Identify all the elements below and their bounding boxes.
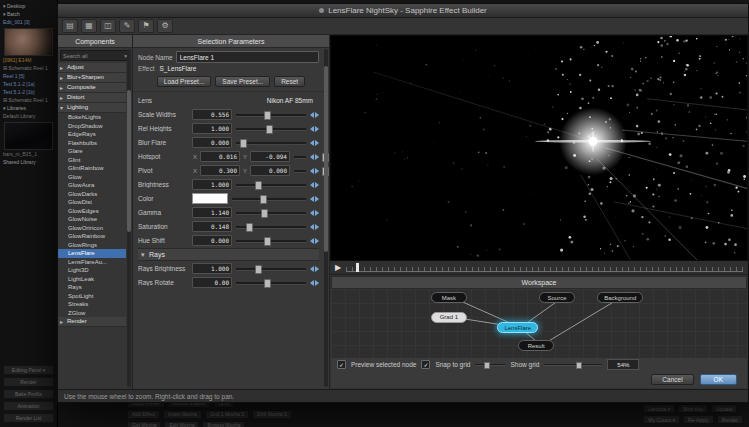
scrollbar-thumb[interactable] [324,66,328,252]
param-value-field[interactable]: 0.000 [192,137,232,148]
host-side-button[interactable]: Editing Panel ▾ [3,365,54,375]
scrollbar-thumb[interactable] [127,90,131,232]
save-icon[interactable]: ◫ [100,19,116,33]
component-item[interactable]: GlintRainbow [58,164,126,173]
cancel-button[interactable]: Cancel [651,374,693,385]
host-sidebar-item[interactable]: ⊞ Schematic Reel 1 [0,96,57,104]
slider-handle[interactable] [246,223,253,232]
param-slider[interactable] [234,124,319,133]
node-name-input[interactable]: LensFlare 1 [176,51,319,63]
component-item[interactable]: SpotLight [58,292,126,301]
param-x-field[interactable]: 0.300 [200,165,240,176]
node-source[interactable]: Source [539,292,575,303]
param-slider[interactable] [234,236,319,245]
component-item[interactable]: Streaks [58,300,126,309]
open-folder-icon[interactable]: ▦ [81,19,97,33]
component-item[interactable]: LightLeak [58,275,126,284]
slider-handle[interactable] [484,362,490,369]
clip-thumbnail[interactable] [4,122,53,150]
param-slider[interactable] [234,208,319,217]
host-button[interactable]: Insert Mocha [163,410,202,419]
component-item[interactable]: ZGlow [58,309,126,318]
host-sidebar-item[interactable]: Text 5.1-2 [1a] [0,80,57,88]
slider-handle[interactable] [266,125,273,134]
component-item[interactable]: Glare [58,147,126,156]
node-background[interactable]: Background [597,292,643,303]
flag-icon[interactable]: ⚑ [138,19,154,33]
component-item[interactable]: GlowDarks [58,190,126,199]
component-group[interactable]: ▸Adjust [58,63,126,73]
component-item[interactable]: Flashbulbs [58,139,126,148]
component-item[interactable]: Glint [58,156,126,165]
param-slider[interactable] [234,138,319,147]
component-group[interactable]: ▸Render [58,317,126,327]
host-sidebar-item[interactable]: ▾ Batch [0,10,57,18]
param-y-field[interactable]: 0.000 [250,165,290,176]
component-item[interactable]: LensFlareAu... [58,258,126,267]
component-group[interactable]: ▸Composite [58,83,126,93]
host-sidebar-item[interactable]: Default Library [0,112,57,120]
component-item[interactable]: GlowRings [58,241,126,250]
component-item[interactable]: GlowAura [58,181,126,190]
node-mask[interactable]: Mask [431,292,467,303]
component-item[interactable]: GlowEdges [58,207,126,216]
host-button[interactable]: Get Mocha [127,421,161,427]
param-y-field[interactable]: -0.094 [250,151,290,162]
host-button[interactable]: Drift Mocha 5 [252,410,292,419]
save-preset-button[interactable]: Save Preset... [215,76,270,87]
node-lensflare[interactable]: LensFlare [497,322,538,333]
host-side-button[interactable]: Render [3,377,54,387]
load-preset-button[interactable]: Load Preset... [157,76,211,87]
slider-handle[interactable] [240,139,247,148]
param-slider[interactable] [234,222,319,231]
slider-handle[interactable] [255,181,262,190]
param-value-field[interactable]: 0.556 [192,109,232,120]
host-side-button[interactable]: Animation [3,401,54,411]
ok-button[interactable]: OK [700,374,737,385]
component-item[interactable]: Light3D [58,266,126,275]
component-item[interactable]: DropShadow [58,122,126,131]
host-button[interactable]: Blob Key [678,404,708,413]
param-value-field[interactable]: 1.000 [192,263,232,274]
node-graph-canvas[interactable]: MaskSourceBackgroundGrad 1LensFlareResul… [331,289,747,358]
component-item[interactable]: EdgeRays [58,130,126,139]
host-sidebar-item[interactable]: Text 5.1-2 [1b] [0,88,57,96]
component-item[interactable]: GlowDist [58,198,126,207]
playhead-marker[interactable] [356,263,359,272]
param-value-field[interactable]: 1.000 [192,123,232,134]
host-button[interactable]: Bypass Mocha [202,421,245,427]
component-group[interactable]: ▾Lighting [58,103,126,113]
param-value-field[interactable]: 0.00 [192,277,232,288]
color-swatch[interactable] [192,193,228,204]
host-sidebar-item[interactable]: ⊞ Schematic Reel 1 [0,64,57,72]
component-item[interactable]: Glow [58,173,126,182]
slider-handle[interactable] [264,111,271,120]
slider-handle[interactable] [264,237,271,246]
component-item[interactable]: LensFlare [58,249,126,258]
components-search-input[interactable]: Search all ▾ [60,50,130,61]
param-slider[interactable] [234,264,319,273]
timeline-scrubber[interactable] [346,263,743,272]
host-button[interactable]: My Cutout ▾ [643,415,680,424]
zoom-value-field[interactable]: 54% [607,359,639,370]
host-button[interactable]: Update [711,404,737,413]
component-item[interactable]: GlowOrtricon [58,224,126,233]
components-scrollbar[interactable] [127,49,131,387]
new-document-icon[interactable]: ▤ [62,19,78,33]
grid-size-slider[interactable] [475,361,505,368]
snap-to-grid-checkbox[interactable]: ✓ [421,360,430,369]
host-sidebar-item[interactable]: Shared Library [0,158,57,166]
edit-icon[interactable]: ✎ [119,19,135,33]
param-value-field[interactable]: 1.140 [192,207,232,218]
param-slider[interactable] [292,166,319,175]
preview-viewport[interactable] [330,35,748,261]
host-button[interactable]: Lambda ▾ [643,404,675,413]
host-sidebar-item[interactable]: ▾ Libraries [0,104,57,112]
slider-handle[interactable] [261,209,268,218]
host-sidebar-item[interactable]: Reel 1 [5] [0,72,57,80]
preview-selected-node-checkbox[interactable]: ✓ [337,360,346,369]
param-slider[interactable] [230,194,319,203]
play-button[interactable]: ▶ [335,264,341,272]
slider-handle[interactable] [576,362,582,369]
host-button[interactable]: Re-Apply [683,415,714,424]
